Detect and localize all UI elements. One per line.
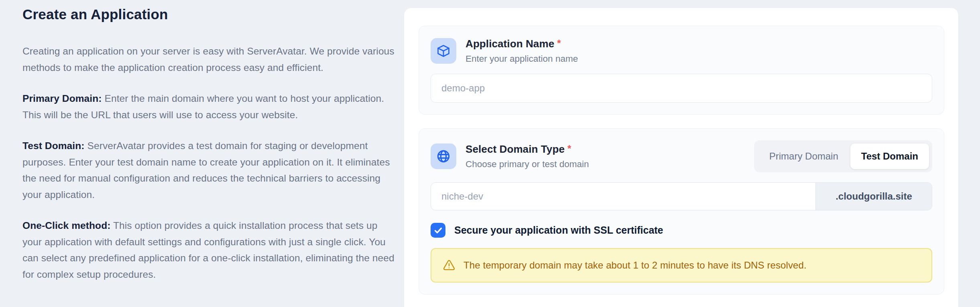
primary-domain-paragraph: Primary Domain: Enter the main domain wh… [22, 91, 396, 123]
ssl-checkbox-row: Secure your application with SSL certifi… [431, 223, 932, 238]
application-name-card: Application Name * Enter your applicatio… [419, 26, 944, 115]
application-name-subtitle: Enter your application name [466, 54, 578, 64]
test-domain-input-group: .cloudgorilla.site [431, 182, 932, 210]
primary-domain-label: Primary Domain: [22, 93, 102, 104]
warning-triangle-icon [443, 259, 455, 272]
domain-type-header: Select Domain Type * Choose primary or t… [431, 143, 589, 170]
domain-type-title: Select Domain Type * [466, 143, 589, 156]
page-title: Create an Application [22, 6, 396, 22]
form-panel: Application Name * Enter your applicatio… [404, 8, 958, 307]
cube-icon-tile [431, 38, 456, 64]
application-name-title: Application Name * [466, 38, 578, 50]
domain-type-toggle: Primary Domain Test Domain [754, 140, 932, 172]
application-name-input[interactable] [431, 74, 932, 103]
domain-type-subtitle: Choose primary or test domain [466, 159, 589, 170]
check-icon [433, 226, 443, 235]
required-asterisk: * [567, 143, 571, 154]
ssl-checkbox[interactable] [431, 223, 445, 238]
required-asterisk: * [557, 38, 561, 48]
domain-type-card: Select Domain Type * Choose primary or t… [419, 128, 944, 295]
test-domain-input[interactable] [431, 183, 815, 210]
application-name-header: Application Name * Enter your applicatio… [431, 38, 932, 64]
dns-warning-text: The temporary domain may take about 1 to… [464, 260, 807, 271]
one-click-paragraph: One-Click method: This option provides a… [22, 218, 396, 283]
globe-icon-tile [431, 143, 456, 169]
test-domain-label: Test Domain: [22, 140, 85, 151]
info-panel: Create an Application Creating an applic… [22, 6, 396, 297]
create-application-page: Create an Application Creating an applic… [0, 0, 980, 307]
domain-suffix: .cloudgorilla.site [815, 183, 932, 210]
globe-icon [436, 149, 451, 164]
cube-icon [436, 44, 451, 58]
test-domain-paragraph: Test Domain: ServerAvatar provides a tes… [22, 138, 396, 203]
dns-warning-banner: The temporary domain may take about 1 to… [431, 248, 932, 283]
one-click-label: One-Click method: [22, 220, 111, 231]
intro-paragraph: Creating an application on your server i… [22, 43, 396, 76]
primary-domain-option[interactable]: Primary Domain [757, 143, 850, 169]
test-domain-option[interactable]: Test Domain [850, 143, 929, 169]
ssl-checkbox-label: Secure your application with SSL certifi… [454, 224, 663, 236]
